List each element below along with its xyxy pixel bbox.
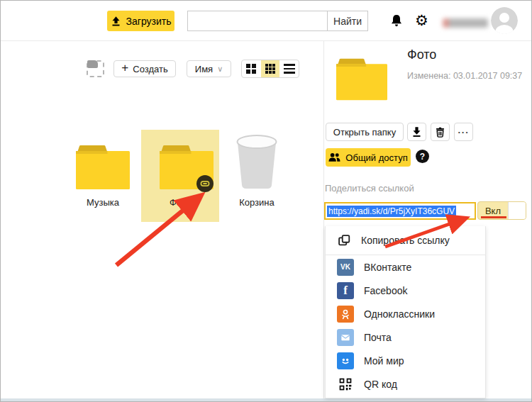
facebook-icon: f bbox=[337, 282, 354, 299]
details-modified-date: Изменена: 03.01.2017 09:37 bbox=[407, 71, 522, 81]
create-button-label: Создать bbox=[133, 64, 167, 74]
share-link-input[interactable]: https://yadi.sk/d/Pr5jXyIT36cGUV bbox=[324, 202, 476, 220]
sort-dropdown[interactable]: Имя ∨ bbox=[187, 60, 231, 77]
settings-gear-icon[interactable]: ⚙ bbox=[415, 11, 428, 30]
small-grid-icon bbox=[265, 64, 275, 74]
toggle-knob[interactable] bbox=[508, 202, 526, 219]
moy-mir-smiley-icon bbox=[337, 352, 354, 369]
vkontakte-icon: VK bbox=[337, 259, 354, 276]
list-view-icon bbox=[284, 64, 295, 74]
menu-item-vkontakte[interactable]: VK ВКонтакте bbox=[326, 255, 485, 279]
menu-item-facebook[interactable]: f Facebook bbox=[326, 279, 485, 302]
people-icon bbox=[328, 152, 340, 162]
menu-item-copy-link[interactable]: Копировать ссылку bbox=[326, 226, 485, 255]
link-icon bbox=[199, 178, 211, 189]
menu-item-odnoklassniki[interactable]: Одноклассники bbox=[326, 302, 485, 325]
menu-item-label: ВКонтакте bbox=[364, 262, 411, 273]
panel-divider bbox=[323, 41, 324, 402]
folder-item-muzyka[interactable]: Музыка bbox=[64, 145, 142, 208]
yandex-disk-window: Загрузить Найти ⚙ + Создать Имя ∨ bbox=[0, 0, 532, 402]
sort-label: Имя bbox=[195, 64, 213, 74]
chevron-down-icon: ∨ bbox=[217, 65, 223, 74]
view-large-grid-button[interactable] bbox=[242, 60, 261, 77]
view-small-grid-button[interactable] bbox=[261, 60, 280, 77]
qr-code-icon bbox=[337, 376, 354, 393]
share-access-button[interactable]: Общий доступ bbox=[326, 148, 411, 167]
menu-item-label: QR код bbox=[364, 379, 397, 390]
upload-button-label: Загрузить bbox=[126, 16, 172, 27]
create-button[interactable]: + Создать bbox=[113, 60, 176, 77]
menu-item-pochta[interactable]: Почта bbox=[326, 325, 485, 349]
folder-label: Фото bbox=[141, 197, 219, 208]
avatar[interactable] bbox=[491, 7, 518, 34]
menu-item-moy-mir[interactable]: Мой мир bbox=[326, 349, 485, 372]
more-actions-button[interactable]: ··· bbox=[454, 123, 473, 141]
trash-bin-icon bbox=[235, 134, 279, 189]
annotation-underline bbox=[481, 216, 506, 218]
menu-item-label: Почта bbox=[364, 332, 392, 343]
download-button[interactable] bbox=[407, 123, 426, 141]
upload-icon bbox=[111, 16, 121, 27]
copy-link-label: Копировать ссылку bbox=[361, 235, 450, 246]
share-menu: Копировать ссылку VK ВКонтакте f Faceboo… bbox=[325, 226, 486, 398]
large-grid-icon bbox=[246, 64, 256, 74]
avatar-silhouette-icon bbox=[491, 7, 518, 34]
trash-item-korzina[interactable]: Корзина bbox=[218, 134, 296, 208]
help-icon[interactable]: ? bbox=[416, 150, 429, 163]
menu-item-label: Одноклассники bbox=[364, 308, 435, 320]
share-access-label: Общий доступ bbox=[345, 152, 407, 163]
upload-button[interactable]: Загрузить bbox=[107, 11, 174, 31]
delete-button[interactable] bbox=[431, 123, 450, 141]
odnoklassniki-icon bbox=[337, 306, 354, 323]
mail-envelope-icon bbox=[337, 329, 354, 346]
view-list-button[interactable] bbox=[279, 60, 299, 77]
select-files-icon[interactable] bbox=[87, 60, 104, 77]
folder-icon bbox=[76, 145, 130, 189]
menu-item-label: Мой мир bbox=[364, 355, 404, 367]
trash-label: Корзина bbox=[218, 197, 296, 208]
window-bottom-edge bbox=[1, 398, 531, 401]
header-bar: Загрузить Найти ⚙ bbox=[1, 1, 531, 41]
public-link-badge[interactable] bbox=[196, 175, 214, 192]
open-folder-button[interactable]: Открыть папку bbox=[326, 123, 404, 141]
menu-item-qr-code[interactable]: QR код bbox=[326, 372, 485, 396]
search-button[interactable]: Найти bbox=[327, 11, 368, 31]
plus-icon: + bbox=[121, 61, 128, 75]
trash-icon bbox=[435, 126, 445, 138]
username-blurred[interactable] bbox=[443, 18, 488, 28]
details-title: Фото bbox=[407, 48, 436, 62]
share-link-url: https://yadi.sk/d/Pr5jXyIT36cGUV bbox=[327, 206, 456, 217]
details-folder-icon bbox=[336, 58, 387, 101]
search-input[interactable] bbox=[187, 11, 327, 31]
share-link-label: Поделиться ссылкой bbox=[325, 183, 414, 194]
view-switcher bbox=[241, 60, 299, 78]
copy-icon bbox=[337, 233, 351, 247]
menu-item-label: Facebook bbox=[364, 285, 407, 296]
download-icon bbox=[411, 126, 422, 138]
notifications-bell-icon[interactable] bbox=[390, 14, 403, 28]
folder-label: Музыка bbox=[64, 197, 142, 208]
